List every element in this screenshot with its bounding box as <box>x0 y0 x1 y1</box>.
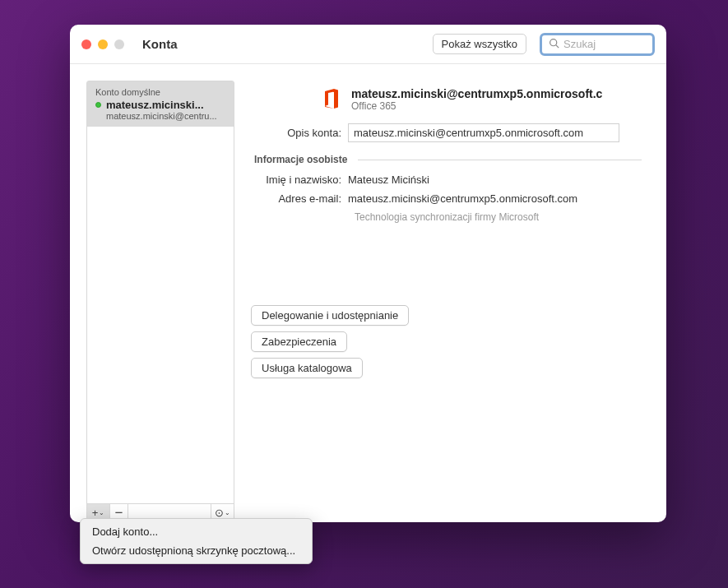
more-icon: ⊙ <box>215 507 224 519</box>
account-email: mateusz.micinski@centru... <box>106 111 225 121</box>
email-label: Adres e-mail: <box>246 192 348 205</box>
chevron-down-icon: ⌄ <box>99 509 104 516</box>
close-window-button[interactable] <box>81 39 91 49</box>
sync-technology-note: Technologia synchronizacji firmy Microso… <box>355 211 650 223</box>
search-icon <box>549 38 559 51</box>
default-account-label: Konto domyślne <box>95 87 225 97</box>
description-input[interactable] <box>348 123 619 142</box>
header-subtitle: Office 365 <box>351 100 602 112</box>
account-header-text: mateusz.micinski@centrumxp5.onmicrosoft.… <box>351 87 602 112</box>
account-row: mateusz.micinski... <box>95 99 225 111</box>
traffic-lights <box>81 39 124 49</box>
accounts-window: Konta Pokaż wszystko Konto domyślne mate… <box>70 25 666 522</box>
account-item[interactable]: Konto domyślne mateusz.micinski... mateu… <box>87 81 234 127</box>
zoom-window-button[interactable] <box>114 39 124 49</box>
header-email: mateusz.micinski@centrumxp5.onmicrosoft.… <box>351 87 602 100</box>
security-button[interactable]: Zabezpieczenia <box>251 331 347 352</box>
open-shared-mailbox-menu-item[interactable]: Otwórz udostępnioną skrzynkę pocztową... <box>81 541 312 560</box>
fullname-value: Mateusz Miciński <box>348 174 429 186</box>
window-title: Konta <box>142 37 426 51</box>
status-dot-icon <box>95 102 101 108</box>
content-area: Konto domyślne mateusz.micinski... mateu… <box>70 64 666 522</box>
accounts-sidebar: Konto domyślne mateusz.micinski... mateu… <box>86 81 234 522</box>
svg-line-1 <box>556 44 559 47</box>
account-header: mateusz.micinski@centrumxp5.onmicrosoft.… <box>320 87 650 112</box>
show-all-button[interactable]: Pokaż wszystko <box>433 34 526 54</box>
titlebar: Konta Pokaż wszystko <box>70 25 666 64</box>
add-account-menu: Dodaj konto... Otwórz udostępnioną skrzy… <box>80 518 313 564</box>
fullname-label: Imię i nazwisko: <box>246 174 348 186</box>
directory-service-button[interactable]: Usługa katalogowa <box>251 358 363 378</box>
minimize-window-button[interactable] <box>98 39 108 49</box>
plus-icon: + <box>92 507 99 519</box>
accounts-list: Konto domyślne mateusz.micinski... mateu… <box>87 81 234 503</box>
email-row: Adres e-mail: mateusz.micinski@centrumxp… <box>246 192 650 205</box>
action-buttons: Delegowanie i udostępnianie Zabezpieczen… <box>251 305 650 378</box>
section-title: Informacje osobiste <box>254 154 347 165</box>
description-label: Opis konta: <box>246 127 348 139</box>
delegation-button[interactable]: Delegowanie i udostępnianie <box>251 305 409 326</box>
add-account-menu-item[interactable]: Dodaj konto... <box>81 522 312 541</box>
chevron-down-icon: ⌄ <box>225 509 230 516</box>
search-box[interactable] <box>540 33 655 56</box>
office-365-icon <box>320 87 343 110</box>
search-input[interactable] <box>563 38 646 50</box>
account-details: mateusz.micinski@centrumxp5.onmicrosoft.… <box>246 81 650 522</box>
fullname-row: Imię i nazwisko: Mateusz Miciński <box>246 174 650 186</box>
personal-info-section: Informacje osobiste <box>254 154 650 165</box>
svg-point-0 <box>550 39 557 45</box>
description-row: Opis konta: <box>246 123 650 142</box>
divider <box>358 160 642 160</box>
email-value: mateusz.micinski@centrumxp5.onmicrosoft.… <box>348 192 577 205</box>
account-name: mateusz.micinski... <box>106 99 204 111</box>
